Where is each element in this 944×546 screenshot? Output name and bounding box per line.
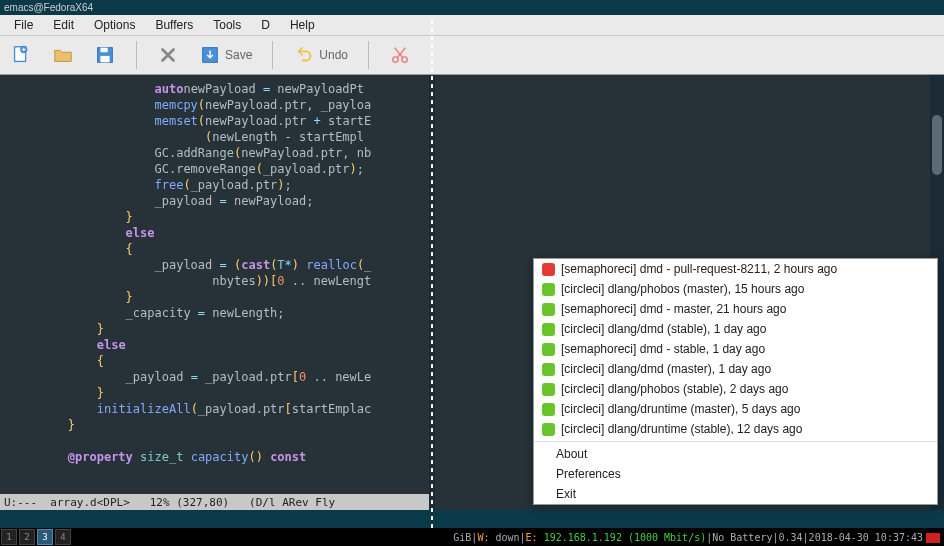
workspace-tab[interactable]: 3 xyxy=(37,529,53,545)
close-button[interactable] xyxy=(157,44,179,66)
undo-label: Undo xyxy=(319,48,348,62)
load-avg: 0.34 xyxy=(778,532,802,543)
cut-button[interactable] xyxy=(389,44,411,66)
menu-help[interactable]: Help xyxy=(280,16,325,34)
ci-status-item[interactable]: [circleci] dlang/druntime (stable), 12 d… xyxy=(534,419,937,439)
status-dot-icon xyxy=(542,283,555,296)
menubar: File Edit Options Buffers Tools D Help xyxy=(0,15,944,35)
modeline: U:--- array.d<DPL> 12% (327,80) (D/l ARe… xyxy=(0,494,429,510)
menu-buffers[interactable]: Buffers xyxy=(145,16,203,34)
popup-separator xyxy=(534,441,937,442)
code-editor-left-pane[interactable]: autonewPayload = newPayloadPt memcpy(new… xyxy=(0,75,429,510)
folder-open-icon xyxy=(52,44,74,66)
ci-status-text: [circleci] dlang/phobos (stable), 2 days… xyxy=(561,382,788,396)
workspace-switcher: 1234 xyxy=(0,528,72,546)
menu-tools[interactable]: Tools xyxy=(203,16,251,34)
ci-status-text: [semaphoreci] dmd - stable, 1 day ago xyxy=(561,342,765,356)
menu-file[interactable]: File xyxy=(4,16,43,34)
ci-status-text: [circleci] dlang/phobos (master), 15 hou… xyxy=(561,282,804,296)
undo-arrow-icon xyxy=(293,44,315,66)
svg-rect-3 xyxy=(100,48,107,53)
ci-status-item[interactable]: [circleci] dlang/dmd (master), 1 day ago xyxy=(534,359,937,379)
ci-status-item[interactable]: [semaphoreci] dmd - stable, 1 day ago xyxy=(534,339,937,359)
save-label: Save xyxy=(225,48,252,62)
eth-status: 192.168.1.192 (1000 Mbit/s) xyxy=(544,532,707,543)
ci-status-text: [semaphoreci] dmd - pull-request-8211, 2… xyxy=(561,262,837,276)
status-dot-icon xyxy=(542,363,555,376)
ci-status-text: [circleci] dlang/dmd (stable), 1 day ago xyxy=(561,322,766,336)
window-titlebar: emacs@FedoraX64 xyxy=(0,0,944,15)
toolbar-separator xyxy=(136,41,137,69)
svg-rect-4 xyxy=(100,56,109,62)
workspace-tab[interactable]: 1 xyxy=(1,529,17,545)
toolbar-separator xyxy=(272,41,273,69)
ci-status-item[interactable]: [circleci] dlang/phobos (master), 15 hou… xyxy=(534,279,937,299)
taskbar: 1234 GiB|W: down|E: 192.168.1.192 (1000 … xyxy=(0,528,944,546)
floppy-icon xyxy=(94,44,116,66)
new-file-button[interactable] xyxy=(10,44,32,66)
workspace-tab[interactable]: 2 xyxy=(19,529,35,545)
x-icon xyxy=(157,44,179,66)
wifi-status: down xyxy=(495,532,519,543)
popup-exit[interactable]: Exit xyxy=(534,484,937,504)
ci-status-text: [circleci] dlang/druntime (stable), 12 d… xyxy=(561,422,802,436)
new-file-icon xyxy=(10,44,32,66)
window-title: emacs@FedoraX64 xyxy=(4,2,93,13)
eth-label: E: xyxy=(526,532,544,543)
tray-indicator-icon[interactable] xyxy=(926,533,940,543)
mem-indicator: GiB xyxy=(453,532,471,543)
ci-status-text: [semaphoreci] dmd - master, 21 hours ago xyxy=(561,302,786,316)
status-dot-icon xyxy=(542,403,555,416)
undo-button[interactable]: Undo xyxy=(293,44,348,66)
status-dot-icon xyxy=(542,303,555,316)
wifi-label: W: xyxy=(477,532,495,543)
scroll-thumb[interactable] xyxy=(932,115,942,175)
ci-status-item[interactable]: [circleci] dlang/phobos (stable), 2 days… xyxy=(534,379,937,399)
workspace-tab[interactable]: 4 xyxy=(55,529,71,545)
status-dot-icon xyxy=(542,343,555,356)
ci-status-item[interactable]: [semaphoreci] dmd - master, 21 hours ago xyxy=(534,299,937,319)
code-content: autonewPayload = newPayloadPt memcpy(new… xyxy=(10,81,429,465)
status-dot-icon xyxy=(542,263,555,276)
ci-status-text: [circleci] dlang/dmd (master), 1 day ago xyxy=(561,362,771,376)
menu-edit[interactable]: Edit xyxy=(43,16,84,34)
popup-preferences[interactable]: Preferences xyxy=(534,464,937,484)
menu-d[interactable]: D xyxy=(251,16,280,34)
ci-status-item[interactable]: [circleci] dlang/druntime (master), 5 da… xyxy=(534,399,937,419)
ci-status-text: [circleci] dlang/druntime (master), 5 da… xyxy=(561,402,800,416)
tray-popup: [semaphoreci] dmd - pull-request-8211, 2… xyxy=(533,258,938,505)
ci-status-item[interactable]: [semaphoreci] dmd - pull-request-8211, 2… xyxy=(534,259,937,279)
toolbar: Save Undo xyxy=(0,35,944,75)
taskbar-status: GiB|W: down|E: 192.168.1.192 (1000 Mbit/… xyxy=(429,521,944,547)
open-file-button[interactable] xyxy=(52,44,74,66)
toolbar-separator xyxy=(368,41,369,69)
datetime: 2018-04-30 10:37:43 xyxy=(809,532,923,543)
status-dot-icon xyxy=(542,383,555,396)
scissors-icon xyxy=(389,44,411,66)
status-dot-icon xyxy=(542,423,555,436)
ci-status-item[interactable]: [circleci] dlang/dmd (stable), 1 day ago xyxy=(534,319,937,339)
menu-options[interactable]: Options xyxy=(84,16,145,34)
battery-status: No Battery xyxy=(712,532,772,543)
popup-about[interactable]: About xyxy=(534,444,937,464)
save-file-button[interactable] xyxy=(94,44,116,66)
save-button[interactable]: Save xyxy=(199,44,252,66)
save-icon xyxy=(199,44,221,66)
status-dot-icon xyxy=(542,323,555,336)
